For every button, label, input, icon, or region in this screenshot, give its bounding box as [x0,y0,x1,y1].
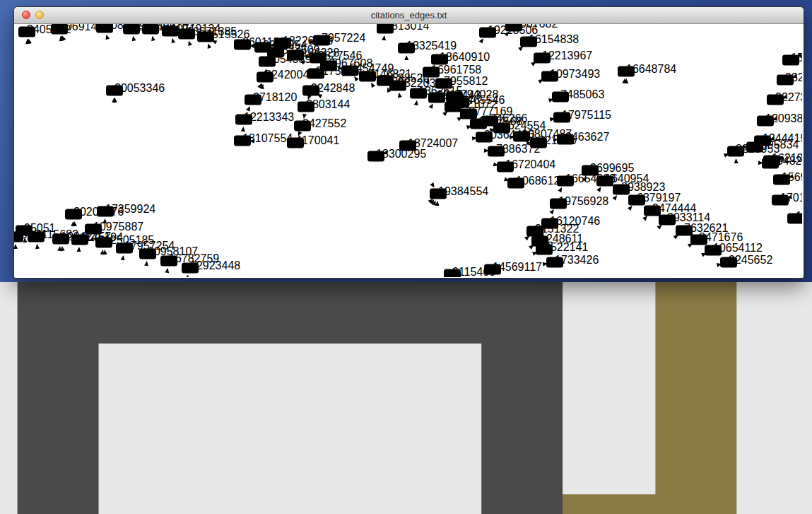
graph-edge[interactable] [408,146,763,163]
graph-node-label: 4170041 [295,134,339,146]
graph-edge[interactable] [14,146,408,174]
graph-edge[interactable] [620,235,678,277]
graph-edge[interactable] [431,201,437,276]
graph-node-label: 7386372 [496,143,540,155]
edge-arrowhead [430,182,434,188]
graph-edge[interactable] [172,38,237,277]
application-desktop: citations_edges.txt 18724007183002951938… [0,0,812,282]
graph-edge[interactable] [649,253,707,277]
graph-node-label: 8813014 [385,24,429,32]
graph-node-label: 14569117 [493,261,542,273]
graph-edge[interactable] [14,146,408,156]
graph-node-label: 15751074 [791,52,802,64]
edge-arrowhead [184,275,189,277]
graph-node-label: 2087682 [514,24,558,30]
graph-node-label: 16648784 [626,63,676,75]
graph-edge[interactable] [408,146,748,147]
graph-edge[interactable] [408,146,438,276]
graph-node-label: 20691406 [59,24,110,33]
graph-edge[interactable] [14,139,408,146]
graph-node-label: 18107554 [242,132,293,144]
graph-node-label: 9227343 [775,91,802,103]
edge-arrowhead [657,225,661,230]
graph-edge[interactable] [353,146,408,276]
graph-node-label: 9329966 [785,71,802,83]
graph-node-label: 7957224 [322,32,365,44]
close-window-button[interactable] [22,11,30,19]
graph-node-label: 7515526 [206,28,249,40]
graph-edge[interactable] [408,146,481,276]
edge-arrowhead [518,47,523,52]
graph-node-label: 22420046 [265,69,315,81]
graph-edge[interactable] [189,41,263,277]
graph-node-label: 2803144 [306,98,350,110]
graph-edge[interactable] [37,244,41,277]
graph-node-label: 12923448 [190,259,240,271]
graph-edge[interactable] [635,243,693,277]
graph-node-label: 12213967 [542,49,592,62]
graph-edge[interactable] [665,264,722,277]
graph-node-label: 12093832 [765,112,802,124]
graph-node-label: 19756928 [558,195,608,207]
graph-node-label: 1068612 [516,175,560,187]
graph-edge[interactable] [16,244,18,277]
graph-edge[interactable] [597,24,616,277]
graph-edge[interactable] [371,83,408,146]
graph-edge[interactable] [604,225,662,277]
edge-arrowhead [404,55,408,60]
graph-node-label: 9465546 [461,94,505,106]
graph-edge[interactable] [382,199,434,276]
graph-edge[interactable] [106,98,114,277]
edge-arrowhead [382,35,386,40]
graph-edge[interactable] [353,199,433,276]
graph-edge[interactable] [14,146,408,209]
graph-edge[interactable] [396,146,408,276]
graph-edge[interactable] [406,200,435,276]
edge-arrowhead [371,83,375,88]
graph-node-label: 20364436 [484,129,534,141]
graph-edge[interactable] [632,24,647,277]
graph-edge[interactable] [14,86,408,146]
edge-arrowhead [188,41,192,47]
graph-node-label: 8427552 [302,117,346,129]
graph-edge[interactable] [14,121,408,146]
edge-arrowhead [398,93,402,98]
edge-arrowhead [35,244,40,249]
edge-arrowhead [76,247,81,252]
graph-node-label: 2718120 [253,91,297,103]
edge-arrowhead [14,244,18,249]
zoom-window-button[interactable] [49,11,57,19]
edge-arrowhead [613,195,618,200]
graph-node-label: 2522141 [544,241,588,253]
graph-node-label: 7485063 [560,88,604,100]
minimize-window-button[interactable] [35,11,44,19]
edge-arrowhead [105,35,110,40]
graph-node-label: 17975115 [562,109,611,121]
graph-edge[interactable] [240,146,408,276]
graph-edge[interactable] [297,146,408,276]
graph-node-label: 10973493 [550,68,600,80]
graph-node-label: 10975887 [93,221,143,233]
graph-node-label: 19384554 [438,185,488,197]
resize-grip-icon[interactable] [784,262,797,275]
edge-arrowhead [61,246,65,251]
edge-arrowhead [642,216,647,221]
graph-node-label: 9115460 [452,266,495,277]
graph-edge[interactable] [399,93,408,146]
graph-node-label: 12213343 [244,111,294,123]
network-canvas[interactable]: 1872400718300295193845549322037136261513… [14,24,802,277]
edge-arrowhead [429,104,433,110]
edge-arrowhead [172,38,176,44]
graph-node-label: 15692931 [782,171,802,183]
graph-edge[interactable] [387,87,408,146]
edge-arrowhead [151,36,155,42]
network-view-window[interactable]: citations_edges.txt 18724007183002951938… [13,6,804,279]
graph-edge[interactable] [14,146,408,192]
edge-arrowhead [208,43,212,49]
edge-arrowhead [414,100,418,105]
edge-arrowhead [734,158,739,163]
window-titlebar[interactable]: citations_edges.txt [14,7,804,24]
edge-arrowhead [121,255,125,260]
graph-edge[interactable] [25,238,28,277]
graph-node-label: 1588520 [385,72,429,84]
